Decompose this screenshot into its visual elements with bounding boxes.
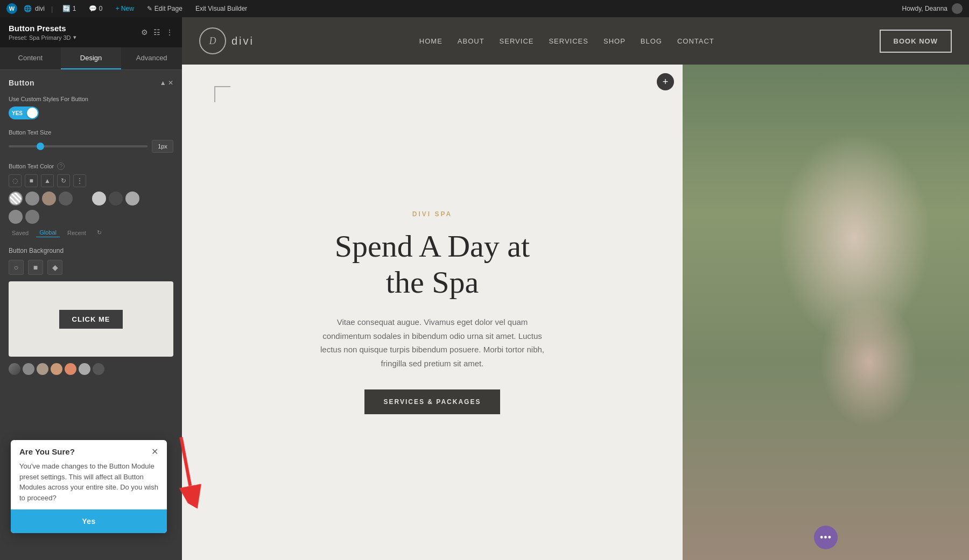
new-button[interactable]: + New [112, 4, 137, 13]
color-controls-row: ◌ ■ ▲ ↻ ⋮ [9, 174, 173, 187]
custom-styles-toggle[interactable]: YES [9, 107, 39, 119]
confirm-body: You've made changes to the Button Module… [11, 461, 167, 509]
nav-service[interactable]: SERVICE [500, 37, 534, 45]
color-swatch-verydark[interactable] [75, 192, 89, 205]
slider-value[interactable]: 1px [152, 140, 173, 153]
color-refresh-icon[interactable]: ↻ [94, 228, 105, 237]
text-size-field: Button Text Size 1px [9, 129, 173, 153]
color-dot-gray[interactable] [23, 363, 34, 375]
chevron-down-icon: ▾ [73, 34, 76, 41]
help-icon[interactable]: ? [57, 162, 65, 170]
color-swatch-brown[interactable] [42, 192, 56, 205]
color-swatch-gray1[interactable] [25, 192, 39, 205]
columns-icon[interactable]: ☷ [153, 28, 160, 37]
hero-cta-button[interactable]: SERVICES & PACKAGES [364, 389, 501, 414]
book-now-button[interactable]: BOOK NOW [880, 30, 952, 53]
color-swatch-gray3[interactable] [25, 210, 39, 224]
slider-thumb[interactable] [37, 143, 44, 150]
edit-page-button[interactable]: ✎ Edit Page [144, 4, 186, 13]
eyedropper-icon[interactable]: ◌ [9, 174, 22, 187]
admin-bar-left: W 🌐 divi | 🔄 1 💬 0 + New ✎ Edit Page Exi… [6, 3, 894, 14]
logo-letter: D [209, 36, 216, 47]
hero-right: ••• [683, 65, 969, 560]
confirm-yes-button[interactable]: Yes [11, 509, 167, 533]
color-tab-recent[interactable]: Recent [64, 229, 89, 237]
logo-text: divi [231, 35, 254, 47]
bg-color-icon[interactable]: ■ [28, 260, 43, 275]
custom-styles-label: Use Custom Styles For Button [9, 96, 173, 102]
nav-links: HOME ABOUT SERVICE SERVICES SHOP BLOG CO… [419, 37, 714, 45]
nav-home[interactable]: HOME [419, 37, 443, 45]
settings-icon[interactable]: ⚙ [141, 28, 148, 37]
exit-builder-button[interactable]: Exit Visual Builder [192, 4, 251, 13]
color-swatch-lightgray[interactable] [92, 192, 106, 205]
color-tabs-row: Saved Global Recent ↻ [9, 228, 173, 237]
confirm-footer: Yes [11, 509, 167, 533]
pin-icon[interactable]: ▲ [41, 174, 54, 187]
hero-content: DIVI SPA Spend A Day at the Spa Vitae co… [319, 210, 545, 414]
nav-about[interactable]: ABOUT [458, 37, 484, 45]
more-options-icon[interactable]: ⋮ [166, 28, 173, 37]
copy-icon[interactable]: ■ [25, 174, 38, 187]
hero-left: DIVI SPA Spend A Day at the Spa Vitae co… [182, 65, 683, 560]
button-background-field: Button Background ○ ■ ◆ CLICK ME [9, 247, 173, 375]
color-swatch-darkgray[interactable] [59, 192, 73, 205]
slider-track[interactable] [9, 145, 148, 147]
site-logo: D divi [199, 27, 254, 54]
hero-section: DIVI SPA Spend A Day at the Spa Vitae co… [182, 65, 969, 560]
color-tab-global[interactable]: Global [36, 228, 60, 237]
bg-gradient-icon[interactable]: ◆ [47, 260, 62, 275]
tab-advanced[interactable]: Advanced [121, 47, 182, 69]
color-dot-warm[interactable] [51, 363, 62, 375]
separator: | [51, 5, 53, 13]
section-collapse-icon[interactable]: ▲ ✕ [160, 79, 173, 87]
color-dot-dark[interactable] [93, 363, 104, 375]
site-nav: D divi HOME ABOUT SERVICE SERVICES SHOP … [182, 17, 969, 65]
add-section-button[interactable]: + [657, 73, 674, 90]
confirm-close-button[interactable]: ✕ [151, 446, 158, 457]
nav-contact[interactable]: CONTACT [677, 37, 714, 45]
color-dot-silver[interactable] [79, 363, 90, 375]
color-swatch-gray2[interactable] [9, 210, 23, 224]
panel-subtitle[interactable]: Preset: Spa Primary 3D ▾ [9, 34, 76, 41]
nav-blog[interactable]: BLOG [641, 37, 662, 45]
color-swatch-row [9, 192, 173, 205]
color-swatch-row2 [9, 210, 173, 224]
updates-badge[interactable]: 🔄 1 [59, 4, 79, 13]
text-color-label: Button Text Color ? [9, 162, 173, 170]
toggle-yes-label: YES [12, 110, 23, 116]
gradient-dot[interactable] [9, 363, 20, 375]
wordpress-logo[interactable]: W [6, 3, 17, 14]
more-color-options-icon[interactable]: ⋮ [73, 174, 86, 187]
color-tab-saved[interactable]: Saved [9, 229, 32, 237]
logo-circle: D [199, 27, 226, 54]
button-preview-box: CLICK ME [9, 281, 173, 357]
panel-title: Button Presets [9, 24, 76, 33]
bg-none-icon[interactable]: ○ [9, 260, 24, 275]
color-dot-orange[interactable] [65, 363, 76, 375]
text-color-field: Button Text Color ? ◌ ■ ▲ ↻ ⋮ [9, 162, 173, 237]
color-swatch-transparent[interactable] [9, 192, 23, 205]
color-dot-tan[interactable] [37, 363, 48, 375]
panel-title-group: Button Presets Preset: Spa Primary 3D ▾ [9, 24, 76, 41]
tab-content[interactable]: Content [0, 47, 61, 69]
panel-tabs: Content Design Advanced [0, 47, 182, 70]
reset-icon[interactable]: ↻ [57, 174, 70, 187]
color-swatch-charcoal[interactable] [109, 192, 123, 205]
confirm-dialog: Are You Sure? ✕ You've made changes to t… [11, 440, 167, 533]
preset-name: Preset: Spa Primary 3D [9, 34, 71, 41]
comments-badge[interactable]: 💬 0 [86, 4, 106, 13]
dots-menu-button[interactable]: ••• [814, 526, 838, 549]
button-section-title: Button [9, 79, 34, 87]
custom-styles-field: Use Custom Styles For Button YES [9, 96, 173, 119]
nav-services[interactable]: SERVICES [549, 37, 588, 45]
tab-design[interactable]: Design [61, 47, 122, 69]
text-size-label: Button Text Size [9, 129, 173, 136]
nav-shop[interactable]: SHOP [603, 37, 626, 45]
site-name[interactable]: 🌐 divi [24, 5, 45, 12]
panel-controls: ⚙ ☷ ⋮ [141, 28, 173, 37]
color-dots-row [9, 363, 173, 375]
website-preview: D divi HOME ABOUT SERVICE SERVICES SHOP … [182, 17, 969, 560]
color-swatch-medgray[interactable] [125, 192, 139, 205]
user-avatar[interactable] [952, 3, 963, 14]
